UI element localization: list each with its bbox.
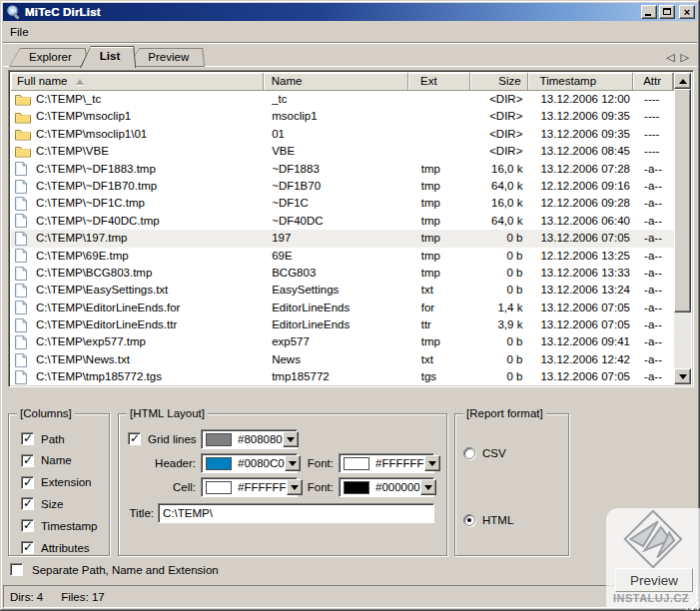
title-bar: MiTeC DirList × xyxy=(3,3,697,21)
table-row[interactable]: C:\TEMP\EditorLineEnds.forEditorLineEnds… xyxy=(11,300,674,316)
menu-separator xyxy=(3,42,697,44)
cell-fullname: C:\TEMP\msoclip1\01 xyxy=(11,126,264,143)
cell-timestamp: 12.12.2006 09:16 xyxy=(528,178,634,195)
header-color-combo[interactable]: #0080C0 xyxy=(201,453,298,473)
separate-checkbox[interactable] xyxy=(10,563,23,576)
cell-fullname: C:\TEMP\EasySettings.txt xyxy=(11,282,264,299)
column-option-attributes[interactable]: Attributes xyxy=(21,541,90,554)
vertical-scrollbar[interactable] xyxy=(674,73,691,384)
column-header-size[interactable]: Size xyxy=(470,73,528,91)
tab-scroll-right-icon[interactable]: ▷ xyxy=(681,52,689,63)
scroll-up-button[interactable] xyxy=(674,73,691,89)
table-row[interactable]: C:\TEMP\EditorLineEnds.ttrEditorLineEnds… xyxy=(11,316,674,333)
cell-name: 69E xyxy=(264,248,409,265)
column-option-name[interactable]: Name xyxy=(21,454,72,467)
table-row[interactable]: C:\TEMP\~DF1B70.tmp~DF1B70tmp64,0 k12.12… xyxy=(11,178,674,195)
checkbox-icon[interactable] xyxy=(21,432,34,445)
table-row[interactable]: C:\TEMP\VBEVBE<DIR>13.12.2006 08:45---- xyxy=(11,143,674,160)
cell-attr: -a-- xyxy=(634,300,674,316)
minimize-button[interactable] xyxy=(641,5,657,19)
cell-ext: tmp xyxy=(409,333,471,350)
table-row[interactable]: C:\TEMP\exp577.tmpexp577tmp0 b13.12.2006… xyxy=(11,333,674,350)
tab-scroll-left-icon[interactable]: ◁ xyxy=(666,52,674,63)
table-row[interactable]: C:\TEMP\69E.tmp69Etmp0 b12.12.2006 13:25… xyxy=(11,248,674,265)
radio-icon[interactable] xyxy=(463,514,475,526)
column-option-timestamp[interactable]: Timestamp xyxy=(21,519,97,532)
cell-fullname: C:\TEMP\EditorLineEnds.ttr xyxy=(11,316,264,333)
scrollbar-thumb[interactable] xyxy=(674,89,691,312)
cell-name: VBE xyxy=(264,143,409,160)
checkbox-icon[interactable] xyxy=(21,519,34,532)
cell-size: 0 b xyxy=(471,230,529,247)
checkbox-icon[interactable] xyxy=(21,454,34,467)
file-icon xyxy=(15,267,31,281)
cell-timestamp: 13.12.2006 07:05 xyxy=(528,300,634,316)
tab-explorer[interactable]: Explorer xyxy=(9,48,88,67)
file-icon xyxy=(15,232,31,246)
grid-lines-option[interactable]: Grid lines xyxy=(128,432,197,445)
cell-color-combo[interactable]: #FFFFFF xyxy=(201,477,298,497)
cell-attr: -a-- xyxy=(634,161,674,178)
columns-group-title: [Columns] xyxy=(17,406,75,420)
table-row[interactable]: C:\TEMP\msoclip1msoclip1<DIR>13.12.2006 … xyxy=(11,108,674,125)
title-input[interactable]: C:\TEMP\ xyxy=(158,503,434,523)
scroll-down-button[interactable] xyxy=(674,368,691,384)
table-row[interactable]: C:\TEMP\~DF40DC.tmp~DF40DCtmp64,0 k13.12… xyxy=(11,213,674,230)
cell-name: EditorLineEnds xyxy=(264,316,409,333)
table-row[interactable]: C:\TEMP\msoclip1\0101<DIR>13.12.2006 09:… xyxy=(11,126,674,143)
close-button[interactable]: × xyxy=(679,5,695,19)
table-row[interactable]: C:\TEMP\~DF1C.tmp~DF1Ctmp16,0 k12.12.200… xyxy=(11,195,674,212)
menu-file[interactable]: File xyxy=(3,24,36,40)
column-option-path[interactable]: Path xyxy=(21,432,65,445)
report-option-html[interactable]: HTML xyxy=(463,514,513,526)
column-header-fullname[interactable]: Full name xyxy=(11,73,264,91)
radio-icon[interactable] xyxy=(463,447,475,459)
cell-ext xyxy=(409,126,471,143)
cell-attr: -a-- xyxy=(634,351,674,368)
grid-lines-dropdown-button[interactable] xyxy=(283,431,299,447)
column-option-size[interactable]: Size xyxy=(21,497,63,510)
column-header-ext[interactable]: Ext xyxy=(408,73,470,91)
watermark-preview-button[interactable]: Preview xyxy=(615,568,693,592)
header-font-combo[interactable]: #FFFFFF xyxy=(339,453,434,473)
header-color-dropdown-button[interactable] xyxy=(285,455,301,471)
option-label: Path xyxy=(41,433,65,445)
table-row[interactable]: C:\TEMP\197.tmp197tmp0 b13.12.2006 07:05… xyxy=(11,230,674,247)
maximize-button[interactable] xyxy=(659,5,675,19)
cell-color-dropdown-button[interactable] xyxy=(287,479,303,495)
cell-timestamp: 13.12.2006 07:05 xyxy=(528,316,634,333)
grid-lines-color-combo[interactable]: #808080 xyxy=(201,429,298,449)
cell-font-dropdown-button[interactable] xyxy=(420,479,436,495)
cell-timestamp: 12.12.2006 09:28 xyxy=(528,195,634,212)
checkbox-icon[interactable] xyxy=(21,476,34,489)
file-list: Full name Name Ext Size Timestamp Attr C… xyxy=(8,70,694,387)
table-row[interactable]: C:\TEMP\_tc_tc<DIR>13.12.2006 12:00---- xyxy=(11,91,674,108)
column-header-attr[interactable]: Attr xyxy=(633,73,673,91)
cell-fullname: C:\TEMP\~DF1B70.tmp xyxy=(11,178,264,195)
cell-attr: ---- xyxy=(634,143,674,160)
table-row[interactable]: C:\TEMP\~DF1883.tmp~DF1883tmp16,0 k13.12… xyxy=(11,161,674,178)
column-option-extension[interactable]: Extension xyxy=(21,476,92,489)
tab-list[interactable]: List xyxy=(80,46,136,67)
column-header-name[interactable]: Name xyxy=(264,73,408,91)
table-row[interactable]: C:\TEMP\tmp185772.tgstmp185772tgs0 b13.1… xyxy=(11,368,674,384)
table-row[interactable]: C:\TEMP\EasySettings.txtEasySettingstxt0… xyxy=(11,282,674,299)
grid-lines-checkbox[interactable] xyxy=(128,432,141,445)
cell-ext: tmp xyxy=(409,213,471,230)
table-row[interactable]: C:\TEMP\BCG803.tmpBCG803tmp0 b13.12.2006… xyxy=(11,265,674,282)
cell-font-combo[interactable]: #000000 xyxy=(339,477,434,497)
checkbox-icon[interactable] xyxy=(21,497,34,510)
grid-lines-color-swatch xyxy=(206,433,232,446)
report-option-csv[interactable]: CSV xyxy=(463,447,506,459)
tab-preview[interactable]: Preview xyxy=(128,48,205,67)
header-font-dropdown-button[interactable] xyxy=(424,455,440,471)
checkbox-icon[interactable] xyxy=(21,541,34,554)
separate-option[interactable]: Separate Path, Name and Extension xyxy=(10,563,219,576)
html-layout-groupbox: [HTML Layout] Grid lines #808080 Header:… xyxy=(118,413,447,556)
header-font-value: #FFFFFF xyxy=(375,457,424,469)
maximize-icon xyxy=(663,8,671,15)
column-header-timestamp[interactable]: Timestamp xyxy=(528,73,634,91)
cell-fullname: C:\TEMP\VBE xyxy=(11,143,264,160)
cell-timestamp: 13.12.2006 07:05 xyxy=(528,368,634,384)
table-row[interactable]: C:\TEMP\News.txtNewstxt0 b13.12.2006 12:… xyxy=(11,351,674,368)
